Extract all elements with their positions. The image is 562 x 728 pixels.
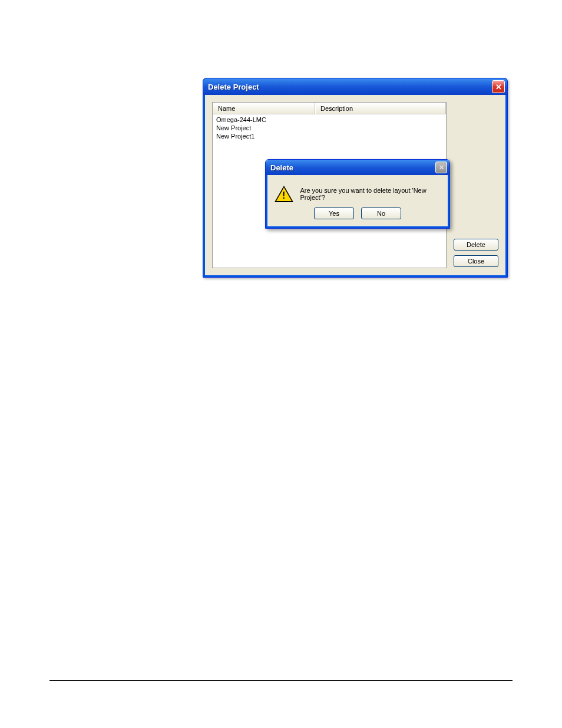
modal-content-row: ! Are you sure you want to delete layout…: [275, 182, 441, 205]
list-item[interactable]: New Project1: [213, 132, 446, 140]
modal-title: Delete: [270, 163, 293, 172]
modal-button-row: Yes No: [275, 205, 441, 219]
close-button[interactable]: Close: [454, 255, 498, 267]
list-item[interactable]: Omega-244-LMC: [213, 116, 446, 124]
no-button[interactable]: No: [361, 207, 401, 219]
column-header-description[interactable]: Description: [315, 103, 446, 114]
column-header-name[interactable]: Name: [213, 103, 315, 114]
warning-icon: !: [275, 186, 292, 202]
main-window-title: Delete Project: [208, 83, 259, 91]
close-icon[interactable]: ✕: [492, 80, 505, 93]
footer-divider: [49, 680, 513, 681]
list-header: Name Description: [213, 103, 446, 114]
modal-message: Are you sure you want to delete layout '…: [300, 187, 441, 201]
delete-button[interactable]: Delete: [454, 239, 498, 251]
confirm-delete-modal: Delete ✕ ! Are you sure you want to dele…: [265, 159, 450, 229]
modal-body: ! Are you sure you want to delete layout…: [266, 175, 449, 228]
close-icon: ✕: [435, 162, 447, 173]
yes-button[interactable]: Yes: [314, 207, 354, 219]
list-item[interactable]: New Project: [213, 124, 446, 132]
modal-titlebar[interactable]: Delete ✕: [266, 160, 449, 175]
main-titlebar[interactable]: Delete Project ✕: [203, 78, 507, 95]
button-column: Delete Close: [454, 102, 498, 268]
